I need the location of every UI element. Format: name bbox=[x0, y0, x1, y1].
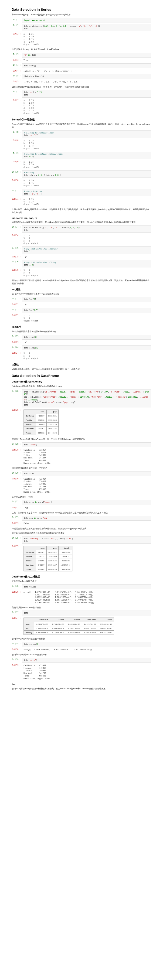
table-row: California42396738332521 bbox=[24, 414, 59, 418]
input-prompt: In [38]: bbox=[12, 642, 22, 646]
output-prompt: Out[15]: bbox=[12, 255, 22, 259]
notebook-cell: Out[30]:California 423967 Florida 170312… bbox=[12, 477, 151, 494]
table-row: density9.041393e+011.148061e+028.588376e… bbox=[24, 630, 114, 635]
input-prompt: In [11]: bbox=[12, 189, 22, 192]
notebook-cell: Out[16]:3 b 5 c dtype: object bbox=[12, 268, 151, 278]
notebook-cell: Out[37]:CaliforniaFloridaIllinoisNew Yor… bbox=[12, 616, 151, 636]
notebook-cell: In [4]:data.keys() bbox=[12, 64, 151, 68]
notebook-cell: In [9]:# slicing by implicit integer ind… bbox=[12, 152, 151, 159]
code-output: [('a', 0.25), ('b', 0.5), ('c', 0.75), (… bbox=[22, 80, 151, 84]
code-input: data['density'] = data['pop'] / data['ar… bbox=[22, 536, 151, 544]
code-output: areapopCalifornia42396738332521Florida17… bbox=[22, 408, 151, 436]
input-prompt: In [2]: bbox=[12, 24, 22, 27]
notebook-cell: Out[26]:areapopCalifornia42396738332521F… bbox=[12, 408, 151, 436]
input-prompt: In [31]: bbox=[12, 500, 22, 503]
code-output: 'a' bbox=[22, 303, 151, 307]
output-prompt: Out[10]: bbox=[12, 179, 22, 182]
input-prompt: In [8]: bbox=[12, 130, 22, 134]
code-input: list(data.items()) bbox=[22, 74, 151, 79]
code-input: data.values bbox=[22, 584, 151, 589]
output-prompt: Out[3]: bbox=[12, 59, 22, 62]
prose-text: Series是建立于像似dictionary的接口之上提供了数组样式的选取方式，… bbox=[12, 123, 151, 129]
notebook-cell: In [1]:import pandas as pd bbox=[12, 18, 151, 23]
prose-text: Series对象甚至可以像dictionary一样被修改，你可以用一个新的索引值… bbox=[12, 86, 151, 89]
output-prompt: Out[14]: bbox=[12, 234, 22, 237]
input-prompt: In [9]: bbox=[12, 152, 22, 155]
code-input: import pandas as pd bbox=[22, 18, 151, 23]
notebook-cell: Out[35]:areapopdensityCalifornia42396738… bbox=[12, 545, 151, 573]
code-input: # masking data[(data > 0.3) & (data < 0.… bbox=[22, 170, 151, 178]
dataframe-table: CaliforniaFloridaIllinoisNew YorkTexasar… bbox=[24, 617, 114, 635]
prose-text: 我们可以把DataFrame进行转换 bbox=[12, 606, 151, 609]
prose-text: 也可以像dictionary一样来检查keys/indices和values bbox=[12, 48, 151, 51]
table-row: Illinois1499951288213585.883763 bbox=[24, 558, 73, 563]
table-row: pop3.833252e+071.955286e+071.288214e+071… bbox=[24, 626, 114, 630]
prose-text: 可以使用values属性查看值 bbox=[12, 580, 151, 583]
notebook-cell: In [3]:'a' in data bbox=[12, 52, 151, 57]
notebook-cell: Out[39]:California 423967 Florida 170312… bbox=[12, 663, 151, 681]
notebook-cell: Out[5]:[('a', 0.25), ('b', 0.5), ('c', 0… bbox=[12, 80, 151, 84]
code-input: area = pd.Series({'California': 423967, … bbox=[22, 390, 151, 407]
output-prompt: Out[23]: bbox=[12, 340, 22, 344]
intro-text: 和dictionary差不多，Series对象提供了一组keys到values的… bbox=[12, 13, 151, 16]
prose-text: 使用iloc可以用numpy数组一样进行索引(隐式)，但是DataFrame的i… bbox=[12, 687, 151, 690]
input-prompt: In [16]: bbox=[12, 260, 22, 264]
input-prompt: In [24]: bbox=[12, 345, 22, 349]
prose-text: 这种样式是完全一样的 bbox=[12, 495, 151, 499]
table-row: New York14129719651127139.076746 bbox=[24, 563, 73, 567]
code-output: a 0.25 b 0.50 c 0.75 dtype: float64 bbox=[22, 139, 151, 151]
notebook-cell: Out[31]:True bbox=[12, 506, 151, 510]
input-prompt: In [21]: bbox=[12, 297, 22, 301]
notebook-cell: Out[22]:1 a 3 b dtype: object bbox=[12, 314, 151, 323]
code-output: b 0.50 c 0.75 dtype: float64 bbox=[22, 179, 151, 188]
notebook-cell: Out[2]:a 0.25 b 0.50 c 0.75 d 1.00 dtype… bbox=[12, 32, 151, 46]
code-output: array([[ 4.23967000e+05, 3.83325210e+07,… bbox=[22, 590, 151, 605]
input-prompt: In [36]: bbox=[12, 584, 22, 588]
notebook-cell: Out[11]:a 0.25 e 1.25 dtype: float64 bbox=[12, 197, 151, 207]
prose-text: 使用单个索引来访问数组的一行数据 bbox=[12, 637, 151, 641]
notebook-cell: In [37]:data.T bbox=[12, 611, 151, 616]
notebook-cell: Out[28]:California 423967 Florida 170312… bbox=[12, 448, 151, 465]
input-prompt: In [35]: bbox=[12, 536, 22, 540]
prose-text: 这种dictionary样式写法也可以来修改DataFrame对象本身 bbox=[12, 531, 151, 535]
input-prompt: In [1]: bbox=[12, 18, 22, 21]
notebook-cell: In [33]:data.pop is data['pop'] bbox=[12, 516, 151, 521]
subsection-heading: iloc bbox=[12, 683, 151, 686]
code-input: data.pop is data['pop'] bbox=[22, 516, 151, 521]
notebook-cell: In [7]:data['e'] = 1.25 data bbox=[12, 90, 151, 97]
prose-text: 这里每个Series组成了DataFrame的一列，它可以使用像dictiona… bbox=[12, 438, 151, 441]
code-input: # slicing by implicit integer index data… bbox=[22, 152, 151, 159]
code-input: data.area is data['area'] bbox=[22, 500, 151, 505]
notebook-cell: Out[33]:False bbox=[12, 522, 151, 525]
code-output: Index(['a', 'b', 'c', 'd'], dtype='objec… bbox=[22, 69, 151, 73]
code-output: array([ 4.23967000e+05, 3.83325210e+07, … bbox=[22, 648, 151, 652]
code-output: 3 b 5 c dtype: object bbox=[22, 351, 151, 361]
output-prompt: Out[37]: bbox=[12, 616, 22, 620]
code-output: a 0.25 e 1.25 dtype: float64 bbox=[22, 197, 151, 207]
prose-text: ix属性是两者的混合，对于Series对象等同于标准的[]索引 这个一会再介绍 bbox=[12, 368, 151, 371]
notebook-cell: Out[10]:b 0.50 c 0.75 dtype: float64 bbox=[12, 179, 151, 188]
output-prompt: Out[16]: bbox=[12, 268, 22, 272]
code-input: # fancy indexing data[['a', 'e']] bbox=[22, 189, 151, 196]
code-output: a 0.25 b 0.50 c 0.75 d 1.00 e 1.25 dtype… bbox=[22, 99, 151, 116]
code-input: data.values[0] bbox=[22, 642, 151, 647]
output-prompt: Out[7]: bbox=[12, 99, 22, 102]
table-row: New York14129719651127 bbox=[24, 426, 59, 431]
prose-text: 因为这个整数索引可能引起混淆，Pandas提供了特殊的indexer属性来显式地… bbox=[12, 279, 151, 285]
prose-text: 上面这些里，slicing可能造成一些混淆，当使用显式索引进行切割的时候，最后的… bbox=[12, 208, 151, 214]
input-prompt: In [22]: bbox=[12, 308, 22, 312]
notebook-cell: Out[23]:'b' bbox=[12, 340, 151, 345]
notebook-cell: Out[15]:'a' bbox=[12, 255, 151, 259]
code-output: 'a' bbox=[22, 255, 151, 259]
output-prompt: Out[24]: bbox=[12, 351, 22, 355]
section-heading: Data Selection in DataFrame bbox=[12, 374, 151, 378]
input-prompt: In [39]: bbox=[12, 658, 22, 661]
input-prompt: In [4]: bbox=[12, 64, 22, 67]
prose-text: 如果你的Series有显式的整型索引，那么像data[1]这样的操作将会使用显式… bbox=[12, 221, 151, 224]
notebook-cell: In [36]:data.values bbox=[12, 584, 151, 589]
subsection-heading: Series作为一维数组 bbox=[12, 118, 151, 121]
output-prompt: Out[28]: bbox=[12, 448, 22, 452]
notebook-cell: In [5]:list(data.items()) bbox=[12, 74, 151, 79]
prose-text: 使用单个索引给DataFrame会访问一列 bbox=[12, 653, 151, 656]
notebook-cell: Out[38]:array([ 4.23967000e+05, 3.833252… bbox=[12, 648, 151, 652]
